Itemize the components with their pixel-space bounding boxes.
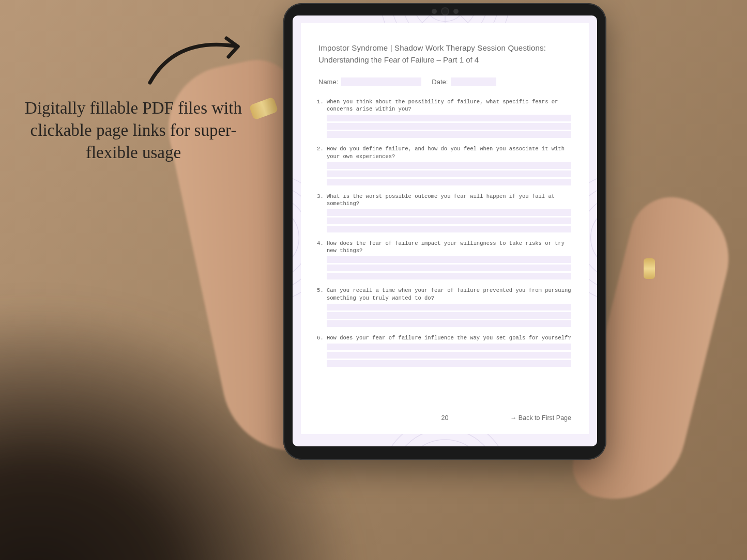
question-text: How do you define failure, and how do yo…	[327, 145, 571, 160]
answer-field[interactable]	[327, 115, 571, 121]
page-footer: 20 → Back to First Page	[318, 414, 571, 422]
answer-field[interactable]	[327, 226, 571, 232]
question-item: Can you recall a time when your fear of …	[327, 287, 571, 326]
page-title-line2: Understanding the Fear of Failure – Part…	[318, 55, 571, 64]
svg-point-12	[591, 206, 597, 270]
answer-field[interactable]	[327, 170, 571, 177]
back-to-first-page-link[interactable]: → Back to First Page	[510, 414, 571, 422]
question-text: How does your fear of failure influence …	[327, 334, 571, 341]
svg-point-8	[293, 206, 299, 270]
answer-field[interactable]	[327, 344, 571, 350]
answer-field[interactable]	[327, 352, 571, 359]
meta-row: Name: Date:	[318, 77, 571, 86]
question-text: Can you recall a time when your fear of …	[327, 287, 571, 301]
answer-field[interactable]	[327, 304, 571, 310]
answer-field[interactable]	[327, 360, 571, 367]
question-item: What is the worst possible outcome you f…	[327, 193, 571, 232]
name-label: Name:	[318, 78, 338, 86]
answer-field[interactable]	[327, 320, 571, 327]
question-list: When you think about the possibility of …	[318, 98, 571, 374]
question-text: When you think about the possibility of …	[327, 98, 571, 113]
answer-field[interactable]	[327, 312, 571, 319]
answer-field[interactable]	[327, 123, 571, 130]
page-number: 20	[441, 414, 449, 422]
svg-point-15	[402, 440, 487, 446]
worksheet-page: Impostor Syndrome | Shadow Work Therapy …	[301, 23, 589, 434]
answer-field[interactable]	[327, 265, 571, 271]
question-item: How does your fear of failure influence …	[327, 334, 571, 367]
arrow-icon	[145, 31, 253, 93]
name-field[interactable]	[341, 77, 421, 86]
answer-field[interactable]	[327, 273, 571, 279]
ring-right	[644, 258, 655, 279]
question-item: How does the fear of failure impact your…	[327, 240, 571, 279]
answer-field[interactable]	[327, 131, 571, 138]
tablet-device: Impostor Syndrome | Shadow Work Therapy …	[283, 3, 606, 460]
question-text: What is the worst possible outcome you f…	[327, 193, 571, 207]
question-item: How do you define failure, and how do yo…	[327, 145, 571, 185]
answer-field[interactable]	[327, 179, 571, 185]
date-label: Date:	[432, 78, 448, 86]
tablet-camera	[432, 8, 459, 14]
marketing-caption: Digitally fillable PDF files with clicka…	[25, 97, 242, 164]
answer-field[interactable]	[327, 256, 571, 263]
page-title-line1: Impostor Syndrome | Shadow Work Therapy …	[318, 43, 571, 52]
date-field[interactable]	[451, 77, 496, 86]
tablet-screen: Impostor Syndrome | Shadow Work Therapy …	[293, 15, 597, 446]
answer-field[interactable]	[327, 209, 571, 216]
question-item: When you think about the possibility of …	[327, 98, 571, 138]
question-text: How does the fear of failure impact your…	[327, 240, 571, 254]
answer-field[interactable]	[327, 217, 571, 224]
answer-field[interactable]	[327, 162, 571, 169]
